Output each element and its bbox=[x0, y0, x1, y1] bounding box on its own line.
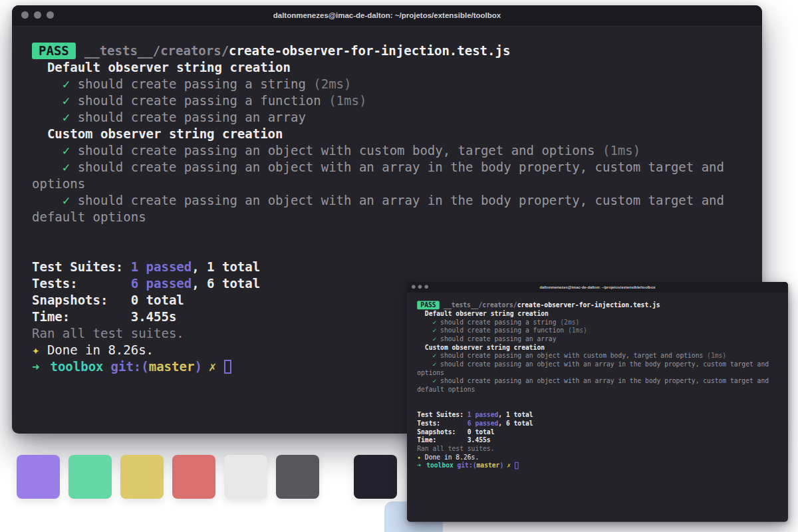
test-result-line: ✓ should create passing a function (1ms) bbox=[32, 92, 755, 109]
test-result-line: ✓ should create passing a string (2ms) bbox=[417, 318, 785, 327]
test-result-line: ✓ should create passing an object with a… bbox=[417, 360, 785, 376]
color-palette bbox=[17, 455, 397, 499]
summary-total-count: , 6 total bbox=[498, 420, 533, 427]
describe-block-title: Custom observer string creation bbox=[32, 126, 755, 142]
blank-lines bbox=[32, 225, 755, 259]
summary-test-suites: Test Suites: 1 passed, 1 total bbox=[32, 259, 755, 275]
palette-swatch-mint bbox=[68, 455, 112, 499]
test-duration: (1ms) bbox=[595, 143, 641, 158]
window-minimize-button[interactable] bbox=[418, 285, 422, 289]
check-icon: ✓ bbox=[32, 193, 78, 207]
prompt-git-prefix: git:( bbox=[111, 359, 149, 374]
summary-label: Test Suites: bbox=[417, 411, 467, 418]
summary-passed-count: 1 passed bbox=[467, 411, 498, 418]
test-file-name: create-observer-for-injection.test.js bbox=[229, 43, 510, 58]
check-icon: ✓ bbox=[417, 335, 440, 342]
check-icon: ✓ bbox=[32, 143, 78, 158]
palette-swatch-near-black bbox=[354, 455, 397, 499]
window-controls bbox=[21, 5, 54, 25]
test-result-line: ✓ should create passing an object with c… bbox=[417, 352, 785, 360]
test-result-line: ✓ should create passing an array bbox=[32, 109, 755, 126]
test-duration: (1ms) bbox=[703, 352, 726, 359]
terminal-cursor[interactable] bbox=[515, 462, 519, 469]
prompt-arrow-icon: ➜ bbox=[32, 359, 39, 374]
prompt-directory: toolbox bbox=[426, 462, 454, 469]
summary-label: Tests: bbox=[32, 276, 131, 291]
describe-block-title: Default observer string creation bbox=[32, 59, 755, 76]
test-name: should create passing an array bbox=[78, 110, 306, 124]
summary-label: Test Suites: bbox=[32, 259, 131, 274]
prompt-git-suffix: ) bbox=[499, 462, 503, 469]
done-line: ✦ Done in 8.26s. bbox=[417, 453, 785, 462]
summary-passed-count: 6 passed bbox=[467, 420, 498, 427]
titlebar[interactable]: daltonmenezes@imac-de-dalton: ~/projetos… bbox=[12, 5, 762, 25]
window-zoom-button[interactable] bbox=[47, 11, 54, 19]
window-close-button[interactable] bbox=[21, 11, 29, 19]
pass-badge: PASS bbox=[417, 301, 439, 309]
test-result-line: ✓ should create passing a string (2ms) bbox=[32, 76, 755, 92]
ran-all-suites-line: Ran all test suites. bbox=[417, 444, 785, 453]
test-name: should create passing an object with an … bbox=[417, 377, 773, 393]
check-icon: ✓ bbox=[417, 327, 440, 334]
prompt-dirty-icon: ✗ bbox=[209, 359, 216, 374]
test-name: should create passing an object with an … bbox=[32, 160, 732, 191]
summary-time: Time: 3.455s bbox=[417, 436, 785, 445]
window-zoom-button[interactable] bbox=[424, 285, 428, 289]
window-minimize-button[interactable] bbox=[34, 11, 41, 19]
terminal-window-mini-frame: daltonmenezes@imac-de-dalton: ~/projetos… bbox=[407, 282, 788, 522]
done-text: Done in 8.26s. bbox=[421, 454, 479, 461]
prompt-arrow-icon: ➜ bbox=[417, 462, 421, 469]
palette-swatch-purple bbox=[17, 455, 60, 499]
summary-label: Time: bbox=[417, 436, 467, 444]
test-duration: (2ms) bbox=[556, 318, 579, 325]
summary-passed-count: 1 passed bbox=[131, 259, 192, 274]
sparkles-icon: ✦ bbox=[32, 342, 39, 357]
summary-label: Time: bbox=[32, 309, 131, 324]
prompt-git-branch: master bbox=[477, 462, 500, 469]
test-file-dir: __tests__/creators/ bbox=[84, 43, 229, 58]
test-name: should create passing a function bbox=[440, 327, 564, 334]
test-name: should create passing an object with an … bbox=[417, 360, 773, 376]
terminal-cursor[interactable] bbox=[224, 360, 231, 374]
summary-test-suites: Test Suites: 1 passed, 1 total bbox=[417, 411, 785, 420]
shell-prompt[interactable]: ➜toolboxgit:(master)✗ bbox=[417, 462, 785, 470]
palette-swatch-red bbox=[172, 455, 215, 499]
done-text: Done in 8.26s. bbox=[39, 342, 154, 357]
summary-value: 3.455s bbox=[467, 436, 491, 444]
palette-swatch-dark-gray bbox=[276, 455, 319, 499]
test-result-line: ✓ should create passing an object with a… bbox=[417, 377, 785, 394]
check-icon: ✓ bbox=[417, 377, 440, 384]
test-name: should create passing an object with an … bbox=[32, 193, 732, 224]
window-close-button[interactable] bbox=[412, 285, 416, 289]
prompt-git-prefix: git:( bbox=[457, 462, 476, 469]
palette-swatch-yellow bbox=[120, 455, 164, 499]
pass-badge: PASS bbox=[32, 43, 76, 59]
prompt-git-suffix: ) bbox=[194, 359, 201, 374]
test-result-line: ✓ should create passing an object with a… bbox=[32, 159, 755, 192]
check-icon: ✓ bbox=[417, 352, 440, 359]
blank-lines bbox=[417, 394, 785, 410]
summary-label: Snapshots: bbox=[32, 293, 131, 307]
window-title: daltonmenezes@imac-de-dalton: ~/projetos… bbox=[273, 11, 501, 19]
prompt-git-branch: master bbox=[149, 359, 195, 374]
mini-window-scale: daltonmenezes@imac-de-dalton: ~/projetos… bbox=[407, 282, 600, 522]
summary-label: Tests: bbox=[417, 420, 467, 427]
prompt-directory: toolbox bbox=[50, 359, 103, 374]
titlebar[interactable]: daltonmenezes@imac-de-dalton: ~/projetos… bbox=[407, 282, 788, 292]
test-name: should create passing a string bbox=[440, 318, 556, 325]
summary-total-count: , 1 total bbox=[498, 411, 533, 418]
check-icon: ✓ bbox=[32, 110, 78, 124]
summary-total-count: , 6 total bbox=[192, 276, 260, 291]
test-duration: (1ms) bbox=[564, 327, 587, 334]
palette-swatch-light-gray bbox=[224, 455, 267, 499]
check-icon: ✓ bbox=[32, 76, 78, 91]
test-result-line: ✓ should create passing a function (1ms) bbox=[417, 327, 785, 335]
test-result-line: ✓ should create passing an object with c… bbox=[32, 142, 755, 159]
window-title: daltonmenezes@imac-de-dalton: ~/projetos… bbox=[540, 285, 656, 289]
summary-passed-count: 6 passed bbox=[131, 276, 192, 291]
test-file-heading: PASS__tests__/creators/create-observer-f… bbox=[417, 301, 785, 309]
describe-block-title: Default observer string creation bbox=[417, 309, 785, 318]
summary-value: 3.455s bbox=[131, 309, 177, 324]
test-result-line: ✓ should create passing an array bbox=[417, 334, 785, 343]
test-result-line: ✓ should create passing an object with a… bbox=[32, 192, 755, 225]
